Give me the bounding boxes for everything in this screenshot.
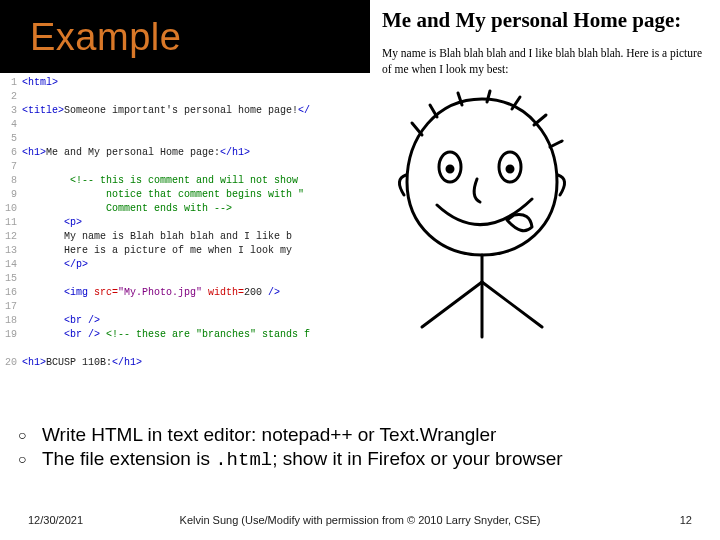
- bullet-item: ○Write HTML in text editor: notepad++ or…: [18, 424, 703, 446]
- code-editor-screenshot: 1<html>23<title>Someone important's pers…: [0, 76, 372, 421]
- preview-heading: Me and My personal Home page:: [382, 8, 710, 32]
- preview-paragraph: My name is Blah blah blah and I like bla…: [382, 46, 710, 77]
- footer-attribution: Kelvin Sung (Use/Modify with permission …: [0, 514, 720, 526]
- stick-figure-drawing: [382, 87, 582, 347]
- svg-point-1: [447, 166, 453, 172]
- bullet-item: ○The file extension is .html; show it in…: [18, 448, 703, 471]
- bullet-list: ○Write HTML in text editor: notepad++ or…: [18, 424, 703, 473]
- browser-preview: Me and My personal Home page: My name is…: [374, 0, 720, 420]
- slide-title: Example: [0, 0, 370, 73]
- footer-page-number: 12: [680, 514, 692, 526]
- svg-point-3: [507, 166, 513, 172]
